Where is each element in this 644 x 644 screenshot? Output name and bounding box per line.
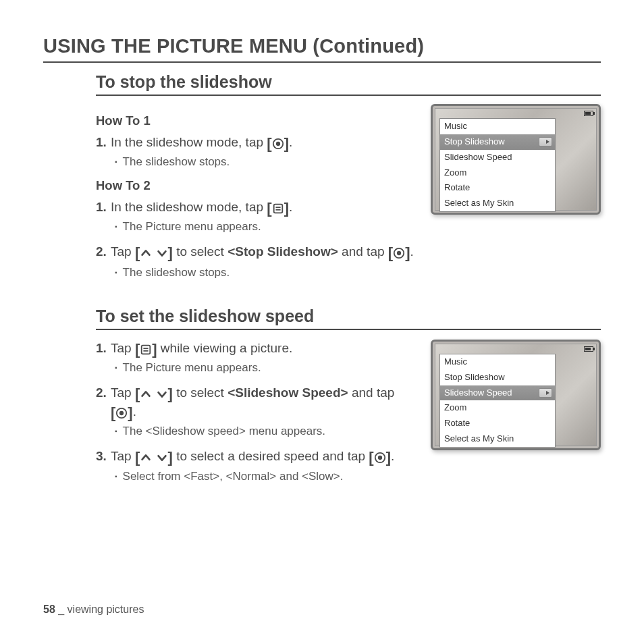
howto1-step1: In the slideshow mode, tap []. bbox=[111, 134, 417, 151]
page-content: To stop the slideshow How To 1 1. In the… bbox=[43, 72, 601, 493]
page-number: 58 bbox=[43, 603, 55, 615]
target-icon bbox=[115, 407, 128, 419]
bracket: ] bbox=[284, 136, 289, 151]
text: Tap bbox=[111, 341, 135, 355]
step-number: 2. bbox=[96, 243, 111, 261]
bracket: ] bbox=[284, 201, 289, 216]
menu-item-slideshow-speed: Slideshow Speed bbox=[440, 385, 555, 401]
bracket: ] bbox=[168, 387, 173, 402]
chevron-right-icon bbox=[546, 140, 549, 144]
bracket: ] bbox=[152, 342, 157, 357]
bracket: [ bbox=[135, 450, 140, 465]
step-number: 3. bbox=[96, 448, 111, 465]
menu-item-select-as-my-skin: Select as My Skin bbox=[440, 431, 555, 447]
text: . bbox=[391, 449, 394, 463]
bracket: [ bbox=[111, 406, 115, 421]
device-preview-slideshow-speed: Music Stop Slideshow Slideshow Speed Zoo… bbox=[431, 340, 601, 450]
howto2-sub2: The slideshow stops. bbox=[115, 266, 601, 279]
section-stop-slideshow-title: To stop the slideshow bbox=[96, 72, 601, 96]
text-bold: <Stop Slideshow> bbox=[227, 244, 338, 259]
battery-icon bbox=[584, 346, 593, 352]
page-title: USING THE PICTURE MENU (Continued) bbox=[43, 35, 601, 63]
howto2-step2: Tap [ ] to select <Stop Slideshow> and t… bbox=[111, 243, 601, 262]
bracket: ] bbox=[168, 450, 173, 465]
menu-icon bbox=[140, 344, 152, 356]
device-preview-stop-slideshow: Music Stop Slideshow Slideshow Speed Zoo… bbox=[431, 104, 601, 215]
menu-icon bbox=[272, 203, 284, 215]
chevron-down-icon bbox=[156, 388, 168, 400]
bracket: [ bbox=[388, 246, 393, 261]
s2-sub2: The <Slideshow speed> menu appears. bbox=[115, 425, 417, 438]
bracket: [ bbox=[135, 246, 140, 261]
text: . bbox=[289, 200, 292, 214]
step-number: 1. bbox=[96, 198, 111, 216]
text: to select bbox=[173, 244, 227, 259]
chevron-right-icon bbox=[546, 391, 549, 395]
chevron-up-icon bbox=[140, 388, 152, 400]
chevron-up-icon bbox=[140, 247, 152, 259]
text: to select bbox=[173, 385, 227, 400]
menu-item-rotate: Rotate bbox=[440, 180, 555, 196]
menu-item-stop-slideshow: Stop Slideshow bbox=[440, 370, 555, 385]
chevron-up-icon bbox=[140, 452, 152, 464]
target-icon bbox=[393, 247, 405, 259]
menu-item-zoom: Zoom bbox=[440, 400, 555, 416]
step-number: 2. bbox=[96, 384, 111, 402]
bracket: [ bbox=[267, 136, 271, 151]
menu-item-music: Music bbox=[440, 354, 555, 370]
page-footer: 58 _ viewing pictures bbox=[43, 603, 144, 616]
bracket: ] bbox=[168, 246, 173, 261]
s2-step1: Tap [] while viewing a picture. bbox=[111, 340, 417, 357]
text-bold: <Slideshow Speed> bbox=[227, 385, 348, 400]
text: and tap bbox=[338, 244, 388, 259]
text: _ bbox=[55, 603, 68, 615]
chevron-down-icon bbox=[156, 452, 168, 464]
s2-sub1: The Picture menu appears. bbox=[115, 361, 417, 375]
text: Tap bbox=[111, 244, 135, 259]
text: while viewing a picture. bbox=[157, 341, 293, 355]
text: In the slideshow mode, tap bbox=[111, 135, 267, 149]
howto2-sub1: The Picture menu appears. bbox=[115, 220, 417, 234]
picture-menu-popup: Music Stop Slideshow Slideshow Speed Zoo… bbox=[439, 354, 556, 448]
bracket: [ bbox=[267, 201, 271, 216]
howto1-sub1: The slideshow stops. bbox=[115, 155, 417, 169]
target-icon bbox=[272, 138, 284, 150]
menu-item-slideshow-speed: Slideshow Speed bbox=[440, 150, 555, 165]
text: Stop Slideshow bbox=[444, 136, 505, 146]
section-name: viewing pictures bbox=[68, 603, 144, 615]
menu-item-stop-slideshow: Stop Slideshow bbox=[440, 134, 555, 150]
bracket: [ bbox=[369, 450, 373, 465]
s2-step3: Tap [ ] to select a desired speed and ta… bbox=[111, 448, 417, 466]
howto1-label: How To 1 bbox=[96, 113, 417, 128]
text: and tap bbox=[348, 385, 395, 400]
step-number: 1. bbox=[96, 134, 111, 151]
menu-item-music: Music bbox=[440, 119, 555, 134]
step-number: 1. bbox=[96, 340, 111, 357]
text: In the slideshow mode, tap bbox=[111, 200, 267, 214]
battery-icon bbox=[584, 111, 593, 116]
text: . bbox=[133, 404, 136, 419]
target-icon bbox=[374, 452, 386, 464]
bracket: ] bbox=[386, 450, 391, 465]
bracket: [ bbox=[135, 387, 140, 402]
menu-item-select-as-my-skin: Select as My Skin bbox=[440, 196, 555, 211]
bracket: ] bbox=[128, 406, 132, 421]
chevron-down-icon bbox=[156, 247, 168, 259]
section-slideshow-speed-title: To set the slideshow speed bbox=[96, 306, 601, 330]
menu-item-zoom: Zoom bbox=[440, 165, 555, 181]
text: Slideshow Speed bbox=[444, 387, 512, 398]
text: Tap bbox=[111, 385, 135, 400]
text: Tap bbox=[111, 449, 135, 463]
menu-item-rotate: Rotate bbox=[440, 416, 555, 431]
text: . bbox=[289, 135, 292, 149]
text: . bbox=[410, 244, 413, 259]
bracket: [ bbox=[135, 342, 140, 357]
picture-menu-popup: Music Stop Slideshow Slideshow Speed Zoo… bbox=[439, 118, 556, 212]
s2-sub3: Select from <Fast>, <Normal> and <Slow>. bbox=[115, 470, 417, 483]
howto2-step1: In the slideshow mode, tap []. bbox=[111, 198, 417, 216]
s2-step2: Tap [ ] to select <Slideshow Speed> and … bbox=[111, 384, 417, 421]
howto2-label: How To 2 bbox=[96, 178, 417, 193]
text: to select a desired speed and tap bbox=[173, 449, 369, 463]
